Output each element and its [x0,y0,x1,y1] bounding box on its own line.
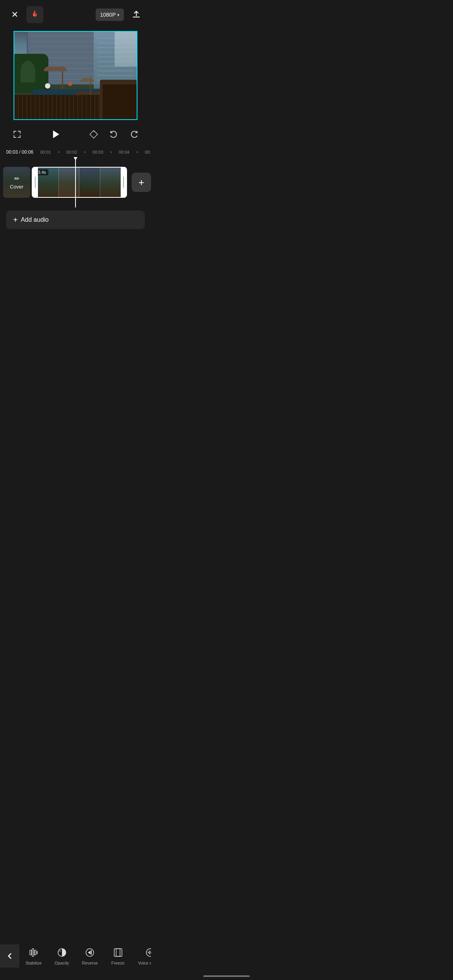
play-icon [49,128,62,140]
video-clip-track[interactable]: 3.4s [32,167,127,198]
timeline-area: ✏ Cover 3.4s [0,157,151,207]
play-button[interactable] [46,125,64,143]
ruler-dot-1 [84,151,86,153]
video-preview [14,31,137,120]
clip-handle-right[interactable] [121,168,126,197]
redo-button[interactable] [126,127,142,142]
timeline-ruler: 00:03 / 00:06 00:01 00:02 00:03 00:04 00… [0,149,151,157]
svg-marker-0 [53,130,59,138]
add-audio-plus-icon: + [13,216,18,224]
clip-frame-2 [59,168,80,197]
ruler-dot-0 [58,151,60,153]
header-right: 1080P ▾ [96,8,143,22]
undo-button[interactable] [106,127,122,142]
controls-bar: + [0,120,151,149]
current-time: 00:03 / 00:06 [6,149,37,155]
ruler-mark-2: 00:03 [93,150,103,154]
close-button[interactable]: ✕ [8,8,22,22]
redo-icon [129,130,139,139]
header: ✕ 1080P ▾ [0,0,151,29]
fullscreen-icon [12,130,22,139]
cover-thumbnail[interactable]: ✏ Cover [3,167,30,198]
keyframe-button[interactable]: + [86,127,101,142]
keyframe-icon: + [89,129,99,139]
ruler-mark-3: 00:04 [119,150,130,154]
undo-icon [109,130,118,139]
clip-frame-3 [79,168,100,197]
svg-text:+: + [93,130,95,134]
cover-edit-icon: ✏ [14,175,19,182]
export-button[interactable] [129,8,143,22]
flame-icon [30,10,40,20]
timeline-playhead [75,157,76,207]
fullscreen-button[interactable] [9,127,25,142]
app-container: ✕ 1080P ▾ [0,0,151,327]
clip-frame-4 [100,168,121,197]
logo-button[interactable] [26,6,43,23]
cover-label: Cover [10,184,24,190]
ruler-mark-4: 00:05 [145,150,151,154]
resolution-button[interactable]: 1080P ▾ [96,9,124,21]
ruler-dot-2 [110,151,112,153]
add-audio-label: Add audio [21,216,49,223]
add-audio-bar[interactable]: + Add audio [6,211,145,229]
ruler-marks: 00:01 00:02 00:03 00:04 00:05 [40,150,151,154]
export-icon [132,10,141,19]
add-track-button[interactable]: + [132,173,151,192]
clip-frames [38,168,121,197]
ruler-mark-1: 00:02 [67,150,77,154]
ruler-dot-3 [136,151,138,153]
ruler-mark-0: 00:01 [40,150,51,154]
clip-handle-left[interactable] [33,168,38,197]
